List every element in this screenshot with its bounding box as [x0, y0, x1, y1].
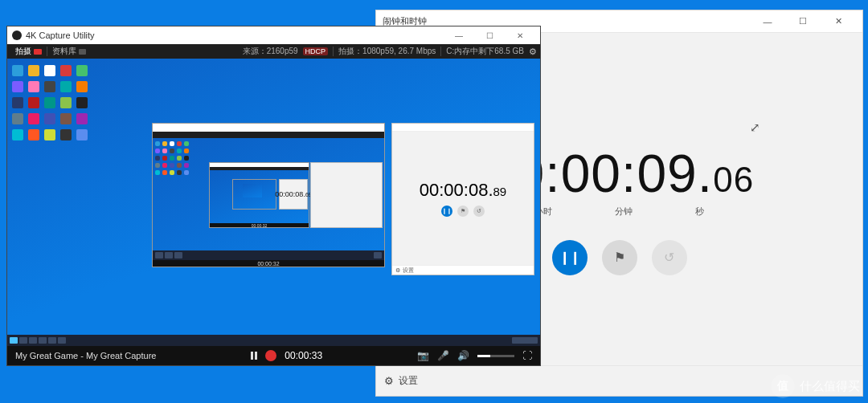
- desktop-icon[interactable]: [44, 81, 55, 92]
- desktop-icons: [12, 65, 89, 142]
- nested-clock-small: [310, 162, 383, 228]
- desktop-icon: [184, 170, 189, 175]
- taskbar-item[interactable]: [39, 337, 47, 344]
- taskbar-item[interactable]: [19, 337, 27, 344]
- desktop-icon[interactable]: [76, 97, 88, 108]
- nested-reset-button[interactable]: ↺: [473, 206, 485, 217]
- desktop-icon[interactable]: [12, 81, 23, 92]
- desktop-root: 闹钟和时钟 — ☐ ✕ ⤢ 00:00:09.06 小时 分钟 秒 ❙❙ ⚑: [0, 0, 868, 403]
- nested-clock-body: 00:00:08.89 ❙❙ ⚑ ↺: [392, 132, 534, 265]
- desktop-icon[interactable]: [12, 97, 23, 108]
- desktop-icon[interactable]: [44, 65, 55, 76]
- watermark: 值 什么值得买: [771, 374, 860, 398]
- capture-controls: 00:00:33: [164, 350, 409, 361]
- nested-lap-button[interactable]: ⚑: [457, 206, 469, 217]
- nested-taskbar: [153, 250, 384, 260]
- desktop-icon[interactable]: [28, 97, 39, 108]
- desktop-icon: [170, 170, 174, 175]
- expand-icon[interactable]: ⤢: [750, 120, 760, 135]
- nested-settings-label: 设置: [403, 267, 414, 275]
- settings-label: 设置: [399, 374, 418, 388]
- stopwatch-buttons: ❙❙ ⚑ ↺: [552, 240, 687, 275]
- nested2-footer: 00:00:32: [210, 223, 309, 227]
- rec-indicator-icon: [34, 49, 42, 55]
- tab-library[interactable]: 资料库: [47, 44, 91, 59]
- nested-capture-4: [243, 184, 262, 197]
- nested-clock-frac: 89: [493, 185, 507, 198]
- desktop-icon[interactable]: [44, 129, 55, 140]
- app-icon: [12, 31, 22, 40]
- desktop-icon: [162, 156, 167, 161]
- desktop-icon[interactable]: [12, 113, 23, 124]
- desktop-icon[interactable]: [60, 97, 72, 108]
- camera-icon[interactable]: 📷: [417, 350, 429, 361]
- taskbar-item[interactable]: [48, 337, 56, 344]
- capture-close-button[interactable]: ✕: [505, 26, 535, 44]
- nested-tb-item: [165, 252, 173, 258]
- desktop-icon[interactable]: [60, 129, 72, 140]
- library-icon: [79, 49, 86, 55]
- fullscreen-icon[interactable]: ⛶: [522, 350, 532, 361]
- desktop-icon[interactable]: [28, 81, 39, 92]
- capture-right-controls: 📷 🎤 🔊 ⛶: [417, 350, 532, 361]
- capture-viewport: 00:00:08.69 00:00:32: [7, 59, 540, 346]
- deep-clock-time: 00:00:08.69: [275, 190, 311, 198]
- nested-pause-button[interactable]: ❙❙: [441, 206, 452, 217]
- nested-tb-item: [155, 252, 163, 258]
- lap-button[interactable]: ⚑: [602, 240, 637, 275]
- desktop-icon: [177, 170, 182, 175]
- nested-clock-window: 00:00:08.89 ❙❙ ⚑ ↺ ⚙ 设置: [391, 123, 534, 275]
- desktop-icon[interactable]: [28, 129, 39, 140]
- desktop-icon: [155, 170, 160, 175]
- desktop-icon: [170, 149, 174, 153]
- mic-icon[interactable]: 🎤: [437, 350, 449, 361]
- desktop-icon[interactable]: [28, 113, 39, 124]
- desktop-icon[interactable]: [76, 129, 88, 140]
- minimize-button[interactable]: —: [750, 10, 785, 33]
- taskbar-item[interactable]: [29, 337, 37, 344]
- desktop-icon[interactable]: [60, 113, 72, 124]
- nested-clock-footer[interactable]: ⚙ 设置: [392, 265, 534, 275]
- nested-clock-time: 00:00:08.89: [420, 180, 506, 201]
- desktop-icon: [184, 163, 189, 168]
- sw-sep2: :: [621, 143, 637, 204]
- sw-frac: 06: [713, 160, 754, 200]
- desktop-icon[interactable]: [60, 81, 72, 92]
- nested-tb-item: [374, 252, 382, 258]
- capture-pause-button[interactable]: [251, 352, 257, 360]
- start-button[interactable]: [10, 337, 18, 344]
- maximize-button[interactable]: ☐: [785, 10, 821, 33]
- taskbar-tray[interactable]: [512, 337, 538, 344]
- nested-capture-1: 00:00:08.69 00:00:32: [152, 123, 385, 267]
- desktop-icon[interactable]: [76, 113, 88, 124]
- volume-icon[interactable]: 🔊: [457, 350, 469, 361]
- nested-footer: 00:00:32: [153, 260, 384, 267]
- volume-slider[interactable]: [477, 355, 514, 357]
- desktop-icon: [162, 163, 167, 168]
- tab-capture[interactable]: 拍摄: [10, 44, 47, 59]
- watermark-text: 什么值得买: [800, 379, 860, 394]
- desktop-icon[interactable]: [12, 65, 23, 76]
- capture-minimize-button[interactable]: —: [444, 26, 474, 44]
- desktop-icon: [155, 156, 160, 161]
- pause-button[interactable]: ❙❙: [552, 240, 588, 275]
- desktop-icon: [162, 141, 167, 146]
- sw-seconds: 09: [637, 143, 697, 204]
- desktop-icon[interactable]: [76, 65, 88, 76]
- desktop-icon[interactable]: [12, 129, 23, 140]
- taskbar-item[interactable]: [58, 337, 66, 344]
- reset-button[interactable]: ↺: [652, 240, 687, 275]
- capture-gear-icon[interactable]: ⚙: [529, 47, 537, 57]
- desktop-icon: [155, 163, 160, 168]
- record-button[interactable]: [265, 350, 276, 361]
- desktop-icon[interactable]: [28, 65, 39, 76]
- nested-time: 00:00:32: [257, 261, 279, 267]
- desktop-icon[interactable]: [60, 65, 72, 76]
- capture-titlebar[interactable]: 4K Capture Utility — ☐ ✕: [7, 26, 540, 44]
- capture-maximize-button[interactable]: ☐: [474, 26, 505, 44]
- desktop-icon[interactable]: [44, 97, 55, 108]
- capture-session-name: My Great Game - My Great Capture: [15, 351, 156, 360]
- desktop-icon[interactable]: [44, 113, 55, 124]
- desktop-icon[interactable]: [76, 81, 88, 92]
- close-button[interactable]: ✕: [821, 10, 856, 33]
